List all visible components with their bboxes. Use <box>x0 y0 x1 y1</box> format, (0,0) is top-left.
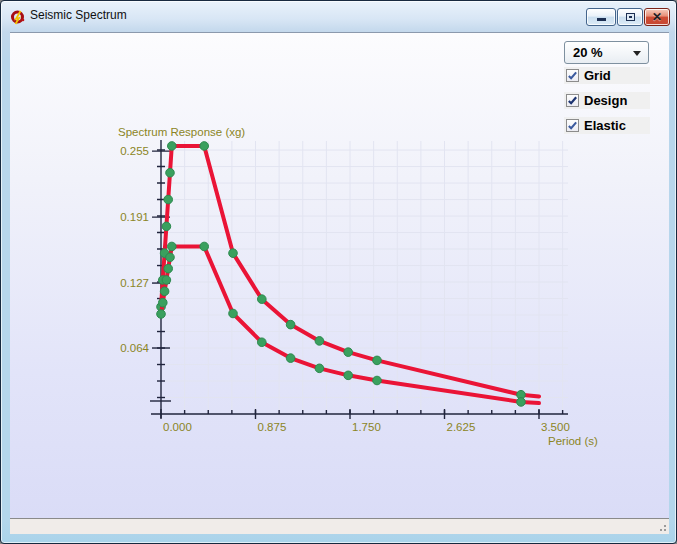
elastic-checkbox-label: Elastic <box>584 118 626 133</box>
data-point-marker <box>344 348 353 357</box>
data-point-marker <box>200 142 209 151</box>
resize-grip[interactable] <box>657 522 667 532</box>
data-point-marker <box>517 398 526 407</box>
y-tick-label: 0.127 <box>120 277 149 289</box>
axis-labels: 0.0000.8751.7502.6253.5000.2550.1910.127… <box>118 126 598 447</box>
data-point-marker <box>164 195 173 204</box>
x-tick-label: 1.750 <box>352 421 381 433</box>
data-point-marker <box>373 356 382 365</box>
data-point-marker <box>286 354 295 363</box>
design-checkbox[interactable] <box>566 94 579 107</box>
grid-checkbox[interactable] <box>566 69 579 82</box>
grid-lines <box>161 141 568 414</box>
y-tick-label: 0.064 <box>120 342 149 354</box>
data-point-marker <box>373 376 382 385</box>
y-axis-title: Spectrum Response (xg) <box>118 126 245 138</box>
damping-select[interactable]: 20 % <box>564 41 649 64</box>
data-point-marker <box>164 264 173 273</box>
grid-checkbox-row[interactable]: Grid <box>564 67 650 84</box>
y-tick-label: 0.255 <box>120 145 149 157</box>
data-point-marker <box>257 295 266 304</box>
design-checkbox-row[interactable]: Design <box>564 92 650 109</box>
design-checkbox-label: Design <box>584 93 627 108</box>
data-point-marker <box>200 242 209 251</box>
data-point-marker <box>315 337 324 346</box>
data-point-marker <box>168 142 177 151</box>
chevron-down-icon <box>633 51 641 56</box>
series-design <box>157 242 539 406</box>
data-point-marker <box>257 338 266 347</box>
data-point-marker <box>162 222 171 231</box>
check-icon <box>567 95 578 106</box>
y-tick-label: 0.191 <box>120 211 149 223</box>
data-point-marker <box>344 371 353 380</box>
status-bar <box>10 518 669 534</box>
elastic-checkbox-row[interactable]: Elastic <box>564 117 650 134</box>
x-tick-label: 2.625 <box>447 421 476 433</box>
x-tick-label: 0.875 <box>258 421 287 433</box>
seismic-spectrum-window: Seismic Spectrum ✕ 0.0000.8751.7502.6253… <box>0 0 677 544</box>
data-point-marker <box>159 298 168 307</box>
check-icon <box>567 120 578 131</box>
data-point-marker <box>166 253 175 262</box>
data-point-marker <box>166 168 175 177</box>
x-tick-label: 0.000 <box>163 421 192 433</box>
data-point-marker <box>168 242 177 251</box>
x-axis-title: Period (s) <box>548 435 598 447</box>
data-point-marker <box>229 249 238 258</box>
check-icon <box>567 70 578 81</box>
data-point-marker <box>162 276 171 285</box>
data-point-marker <box>315 364 324 373</box>
x-tick-label: 3.500 <box>541 421 570 433</box>
grid-checkbox-label: Grid <box>584 68 611 83</box>
data-point-marker <box>286 320 295 329</box>
data-point-marker <box>160 287 169 296</box>
elastic-checkbox[interactable] <box>566 119 579 132</box>
data-point-marker <box>229 309 238 318</box>
data-point-marker <box>157 310 166 319</box>
damping-select-value: 20 % <box>573 45 603 60</box>
